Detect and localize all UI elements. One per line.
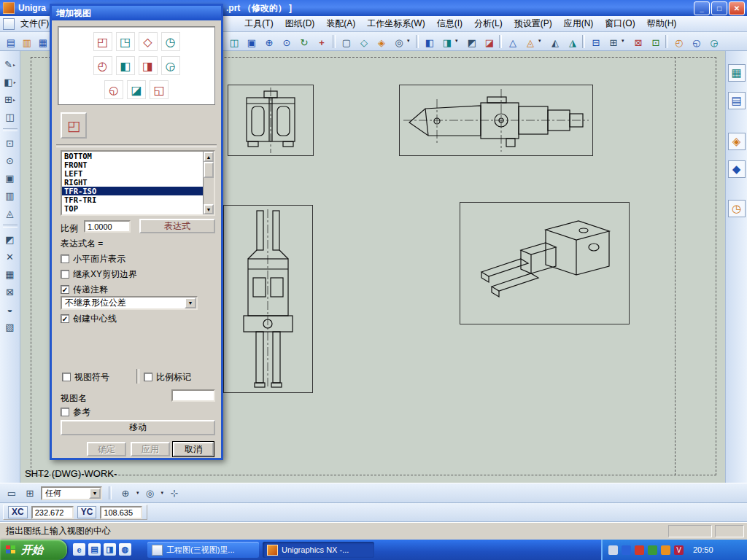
dropdown-arrow-icon[interactable]: ▾	[538, 38, 541, 44]
clock-icon[interactable]: ◷	[728, 200, 746, 217]
left-tool-icon[interactable]: ◩	[3, 232, 18, 246]
right-tool-icon[interactable]: ▦	[728, 64, 746, 82]
view-type-icon[interactable]: ◨	[139, 56, 158, 75]
dialog-titlebar[interactable]: 增加视图	[52, 6, 221, 20]
view-type-icon[interactable]: ◷	[161, 32, 180, 51]
selection-tool-icon[interactable]: ▭	[4, 486, 19, 500]
left-tool-icon[interactable]: ◧▸	[3, 74, 18, 89]
menu-information[interactable]: 信息(I)	[431, 16, 468, 31]
tray-icon[interactable]: V	[674, 545, 684, 555]
inherit-xy-clip-checkbox[interactable]: 继承XY剪切边界	[61, 269, 137, 279]
left-tool-icon[interactable]: ◒	[3, 302, 18, 316]
left-tool-icon[interactable]: ▧	[3, 319, 18, 334]
dropdown-arrow-icon[interactable]: ▾	[407, 38, 410, 44]
tray-icon[interactable]	[661, 545, 670, 555]
maximize-button[interactable]: □	[711, 1, 727, 15]
view-type-icon[interactable]: ◱	[150, 80, 169, 99]
toolbar-icon[interactable]: ◫	[226, 34, 242, 50]
menu-window[interactable]: 窗口(O)	[599, 16, 640, 31]
save-icon[interactable]: ▦	[35, 34, 51, 50]
drawing-view-top[interactable]	[223, 205, 313, 393]
left-tool-icon[interactable]: ◬	[3, 206, 18, 220]
snap-tool-icon[interactable]: ⊕	[118, 486, 133, 500]
right-tool-icon[interactable]: ◈	[728, 133, 746, 150]
scroll-down-icon[interactable]	[204, 204, 214, 214]
left-tool-icon[interactable]: ⊠	[3, 284, 18, 299]
zoom-icon[interactable]: ⊙	[279, 34, 295, 50]
create-centerline-checkbox[interactable]: 创建中心线	[61, 314, 117, 324]
view-list-item-selected[interactable]: TFR-ISO	[62, 187, 214, 195]
new-icon[interactable]: ▤	[3, 34, 19, 50]
menu-wcs[interactable]: 工作坐标系(W)	[361, 16, 430, 31]
toolbar-icon[interactable]: ◪	[481, 34, 498, 50]
dropdown-arrow-icon[interactable]: ▾	[455, 38, 458, 44]
refresh-icon[interactable]: ↻	[296, 34, 312, 50]
view-list-item[interactable]: LEFT	[62, 169, 214, 178]
toolbar-icon[interactable]: ◮	[565, 34, 581, 50]
dropdown-arrow-icon[interactable]: ▾	[622, 38, 624, 44]
toolbar-icon[interactable]: ◧	[422, 34, 438, 50]
toolbar-icon[interactable]: ⊡	[648, 34, 664, 50]
left-tool-icon[interactable]: ▣	[3, 171, 18, 185]
quick-launch-icon[interactable]: ◍	[119, 543, 131, 556]
view-list-item[interactable]: FRONT	[62, 160, 214, 169]
left-tool-icon[interactable]: ✕	[3, 249, 18, 264]
xc-input[interactable]: 232.672	[31, 506, 74, 519]
reference-checkbox[interactable]: 参考	[61, 407, 90, 417]
flyout-arrow-icon[interactable]: ▸	[13, 62, 15, 67]
left-tool-icon[interactable]: ⊙	[3, 153, 18, 168]
scrollbar[interactable]	[203, 152, 214, 214]
flyout-arrow-icon[interactable]: ▸	[13, 97, 15, 102]
selection-tool-icon[interactable]: ⊞	[23, 486, 37, 500]
view-list-item[interactable]: TOP	[62, 204, 214, 213]
tray-icon[interactable]	[635, 545, 644, 555]
menu-analysis[interactable]: 分析(L)	[468, 16, 508, 31]
left-tool-icon[interactable]: ▦	[3, 267, 18, 281]
view-list-item[interactable]: TFR-TRI	[62, 195, 214, 204]
task-button-active[interactable]: Unigraphics NX -...	[263, 542, 374, 558]
view-symbol-checkbox[interactable]: 视图符号	[62, 372, 109, 382]
zoom-in-icon[interactable]: ⊕	[261, 34, 277, 50]
right-tool-icon[interactable]: ▤	[728, 92, 746, 109]
toolbar-icon[interactable]: ◶	[706, 34, 722, 50]
faceted-rep-checkbox[interactable]: 小平面片表示	[61, 254, 125, 264]
toolbar-icon[interactable]: ◇	[356, 34, 372, 50]
menu-assemblies[interactable]: 装配(A)	[320, 16, 361, 31]
close-button[interactable]: ✕	[729, 1, 745, 15]
pan-icon[interactable]: +	[314, 34, 330, 50]
move-button[interactable]: 移动	[61, 420, 215, 435]
open-icon[interactable]: ▥	[19, 34, 35, 50]
view-type-icon[interactable]: ◵	[104, 80, 123, 99]
tray-icon[interactable]	[622, 545, 631, 555]
dropdown-arrow-icon[interactable]: ▾	[161, 490, 164, 496]
toolbar-icon[interactable]: ◴	[671, 34, 687, 50]
toolbar-icon[interactable]: ◵	[689, 34, 705, 50]
clock[interactable]: 20:50	[693, 545, 713, 554]
view-type-icon[interactable]: ◪	[127, 80, 146, 99]
left-tool-icon[interactable]: ◫	[3, 109, 18, 124]
tray-icon[interactable]	[608, 545, 618, 555]
scroll-up-icon[interactable]	[204, 152, 214, 162]
yc-input[interactable]: 108.635	[100, 506, 142, 519]
drawing-view-side[interactable]	[399, 85, 593, 156]
toolbar-icon[interactable]: ◈	[374, 34, 390, 50]
toolbar-icon[interactable]: ▢	[338, 34, 355, 50]
view-name-input[interactable]	[171, 389, 215, 402]
toolbar-icon[interactable]: ◨	[439, 34, 455, 50]
drawing-view-front[interactable]	[228, 85, 314, 156]
scale-input[interactable]: 1.0000	[84, 220, 131, 233]
view-type-icon[interactable]: ◇	[139, 32, 158, 51]
quick-launch-icon[interactable]: e	[73, 543, 85, 556]
view-list-item[interactable]: BOTTOM	[62, 152, 214, 160]
drawing-view-isometric[interactable]	[460, 202, 630, 324]
toolbar-icon[interactable]: ⊠	[630, 34, 646, 50]
view-type-icon[interactable]: ◳	[116, 32, 135, 51]
cancel-button[interactable]: 取消	[173, 442, 214, 456]
tolerance-dropdown[interactable]: 不继承形位公差	[61, 296, 198, 310]
left-tool-icon[interactable]: ✎▸	[3, 57, 18, 71]
menu-tools[interactable]: 工具(T)	[239, 16, 279, 31]
toolbar-icon[interactable]: ◬	[522, 34, 538, 50]
right-tool-icon[interactable]: ◆	[728, 160, 746, 178]
toolbar-icon[interactable]: ▣	[244, 34, 260, 50]
menu-drawing[interactable]: 图纸(D)	[279, 16, 321, 31]
